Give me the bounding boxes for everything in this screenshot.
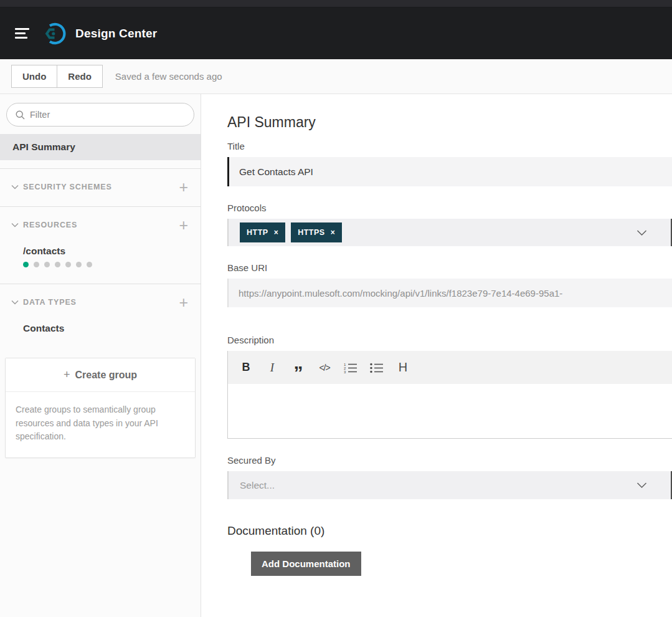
remove-chip-icon[interactable]: × — [274, 228, 279, 237]
filter-box[interactable] — [6, 103, 194, 127]
description-content[interactable] — [228, 384, 672, 438]
sidebar: API Summary SECURITY SCHEMES + RESOURCES… — [0, 94, 201, 617]
chevron-down-icon[interactable] — [637, 229, 661, 236]
main-panel: API Summary Title Protocols HTTP × HTTPS… — [201, 94, 672, 617]
code-icon[interactable]: </> — [315, 357, 334, 378]
add-data-type-icon[interactable]: + — [179, 297, 188, 308]
section-label: RESOURCES — [23, 221, 179, 229]
chip-label: HTTPS — [298, 228, 324, 237]
secured-by-select[interactable]: Select... — [227, 471, 672, 499]
create-group-description: Create groups to semantically group reso… — [6, 392, 195, 457]
filter-input[interactable] — [30, 110, 185, 120]
sidebar-item-label: API Summary — [12, 141, 75, 153]
create-group-button[interactable]: + Create group — [6, 358, 195, 392]
mulesoft-logo-icon — [43, 22, 67, 45]
datatype-label: Contacts — [23, 323, 64, 333]
protocol-chip-http: HTTP × — [240, 222, 285, 242]
app-header: Design Center — [0, 7, 672, 59]
description-label: Description — [227, 335, 672, 345]
title-label: Title — [227, 141, 672, 151]
app-title: Design Center — [75, 27, 157, 41]
filter-wrap — [0, 94, 201, 134]
chip-label: HTTP — [247, 228, 268, 237]
title-input[interactable] — [227, 157, 672, 186]
section-label: SECURITY SCHEMES — [23, 183, 179, 191]
heading-icon[interactable]: H — [394, 357, 412, 378]
plus-icon: + — [64, 368, 70, 381]
section-label: DATA TYPES — [23, 298, 179, 307]
add-documentation-button[interactable]: Add Documentation — [251, 552, 361, 576]
editor-toolbar: B I ” </> 1 2 3 — [228, 351, 672, 384]
redo-button[interactable]: Redo — [57, 65, 103, 88]
base-uri-label: Base URI — [227, 262, 672, 273]
method-dots — [23, 262, 188, 267]
add-resource-icon[interactable]: + — [179, 219, 188, 231]
undo-button[interactable]: Undo — [11, 65, 57, 88]
bullet-list-icon[interactable] — [367, 357, 386, 378]
hamburger-menu-icon[interactable] — [15, 28, 29, 39]
edit-toolbar: Undo Redo Saved a few seconds ago — [0, 59, 672, 94]
italic-icon[interactable]: I — [263, 357, 282, 378]
save-status: Saved a few seconds ago — [115, 71, 222, 82]
browser-chrome-strip — [0, 0, 672, 7]
page-title: API Summary — [227, 114, 672, 131]
chevron-down-icon — [11, 300, 19, 305]
search-icon — [16, 110, 25, 120]
protocols-multiselect[interactable]: HTTP × HTTPS × — [227, 219, 672, 246]
sidebar-section-data-types[interactable]: DATA TYPES + — [0, 284, 201, 319]
select-placeholder: Select... — [240, 480, 275, 491]
ordered-list-icon[interactable]: 1 2 3 — [341, 357, 360, 378]
sidebar-section-security-schemes[interactable]: SECURITY SCHEMES + — [0, 169, 201, 204]
bold-icon[interactable]: B — [237, 357, 255, 378]
chevron-down-icon — [637, 482, 661, 489]
protocols-label: Protocols — [227, 203, 672, 213]
svg-text:3: 3 — [344, 370, 346, 373]
sidebar-section-resources[interactable]: RESOURCES + — [0, 207, 201, 242]
create-group-card: + Create group Create groups to semantic… — [5, 358, 196, 458]
add-security-scheme-icon[interactable]: + — [179, 181, 188, 193]
undo-redo-group: Undo Redo — [11, 65, 103, 88]
create-group-label: Create group — [75, 370, 137, 381]
chevron-down-icon — [11, 184, 19, 189]
sidebar-item-contacts-datatype[interactable]: Contacts — [0, 319, 201, 349]
sidebar-item-contacts-resource[interactable]: /contacts — [0, 242, 201, 284]
blockquote-icon[interactable]: ” — [289, 357, 308, 378]
protocol-chip-https: HTTPS × — [291, 222, 342, 242]
secured-by-label: Secured By — [227, 455, 672, 466]
description-editor: B I ” </> 1 2 3 — [227, 351, 672, 439]
remove-chip-icon[interactable]: × — [331, 228, 336, 237]
sidebar-item-api-summary[interactable]: API Summary — [0, 134, 201, 160]
resource-path: /contacts — [23, 246, 188, 257]
base-uri-input[interactable] — [227, 279, 672, 307]
documentation-heading: Documentation (0) — [227, 524, 672, 538]
chevron-down-icon — [11, 222, 19, 227]
